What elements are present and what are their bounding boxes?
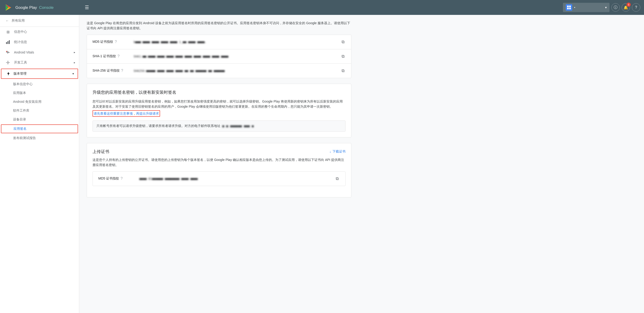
sidebar-sub-pre-launch[interactable]: 发布前测试报告 [0,134,79,143]
sidebar-item-dashboard[interactable]: ⊞ 信息中心 [0,27,79,37]
vitals-icon [6,50,10,55]
sha256-label: SHA-256 证书指纹 ? [92,69,130,73]
svg-rect-10 [8,41,8,44]
main-layout: ← 所有应用 ⊞ 信息中心 统计信息 [0,15,644,313]
devtools-expand-icon: ▸ [74,61,75,64]
sha256-label-text: SHA-256 证书指纹 [92,69,120,73]
sidebar-release-mgmt-label: 版本管理 [14,72,26,76]
svg-rect-11 [9,40,10,44]
cert-row-md5: MD5 证书指纹 ? b■■■:■■■■ ■■■■ ■■■■ ■■■■ 1_■■… [87,35,351,49]
sha1-label: SHA-1 证书指纹 ? [92,54,130,58]
upload-md5-label: MD5 证书指纹 ? [98,176,136,181]
upload-cert-section: MD5 证书指纹 ? ■■■■ B1■■■■■■ ■■■■■■■■ ■■■■ ■… [92,171,346,186]
stats-icon [6,40,10,44]
sha256-copy-button[interactable]: ⧉ [341,67,346,74]
header-main: ☰ [83,3,563,12]
sha256-value: SHA256:■■■■■ ■■■■ ■■■■ ■■■■ ■■ ■■ ■■■■■■… [134,69,337,73]
sidebar-item-devtools-label: 开发工具 [14,60,27,65]
sidebar-sub-app-signing-label: 应用签名 [14,127,26,131]
download-cert-label: 下载证书 [332,150,346,154]
sha1-value: SHA1:■■:■■■■:■■■■:■■■■:■■■■ ■■■■ ■■■■ ■■… [134,55,337,58]
header-right: • ▾ ⓘ 🔔 6 ? [563,3,640,12]
md5-label-text: MD5 证书指纹 [92,40,113,44]
sha1-copy-button[interactable]: ⧉ [341,53,346,60]
svg-point-12 [6,51,7,52]
upload-md5-value: ■■■■ B1■■■■■■ ■■■■■■■■ ■■■■ ■■■■ [139,177,331,180]
app-icon [566,4,572,11]
upload-desc: 这是您个人持有的上传密钥的公开证书。请使用您的上传密钥为每个版本签名，以便 Go… [92,157,346,168]
sha1-help-icon[interactable]: ? [118,54,120,58]
logo-console: Console [39,5,54,10]
info-button[interactable]: ⓘ [612,3,620,12]
release-mgmt-icon [6,71,11,76]
sidebar-sub-app-version-label: 应用版本 [13,91,26,95]
content-area: 这是 Google Play 在将您的应用分发到 Android 设备之前为该应… [79,15,644,313]
upload-cert-row-md5: MD5 证书指纹 ? ■■■■ B1■■■■■■ ■■■■■■■■ ■■■■ ■… [93,172,345,186]
sidebar-sub-app-version[interactable]: 应用版本 [0,89,79,97]
logo-google-play: Google Play [16,5,37,10]
svg-rect-5 [567,5,569,7]
sidebar-sub-app-signing[interactable]: 应用签名 [1,124,78,133]
sidebar-item-stats-label: 统计信息 [14,40,27,44]
sidebar: ← 所有应用 ⊞ 信息中心 统计信息 [0,15,79,313]
upload-header: 上传证书 ↓ 下载证书 [92,149,346,155]
svg-rect-8 [569,8,571,9]
upgrade-link-request[interactable]: 再提出升级请求 [136,112,159,115]
sidebar-release-mgmt[interactable]: 版本管理 ▾ [1,69,78,79]
md5-help-icon[interactable]: ? [115,40,117,44]
sidebar-item-vitals[interactable]: Android Vitals ▸ [0,47,79,57]
app-selector-arrow: ▾ [605,5,607,9]
sidebar-sub-release-dashboard[interactable]: 版本信息中心 [0,80,79,89]
logo-text: Google Play Console [16,5,54,10]
app-selector[interactable]: • ▾ [563,3,610,12]
sidebar-item-vitals-label: Android Vitals [14,50,34,54]
upgrade-info-box: 只有帐号所有者可以请求升级密钥，请要求所有者请求升级。对方的电子邮件联系地址 ■… [92,121,346,132]
download-cert-button[interactable]: ↓ 下载证书 [330,150,346,154]
intro-text: 这是 Google Play 在将您的应用分发到 Android 设备之前为该应… [87,20,351,35]
sidebar-item-stats[interactable]: 统计信息 [0,37,79,47]
upload-md5-help-icon[interactable]: ? [120,176,122,181]
svg-rect-9 [6,42,7,44]
sidebar-back-button[interactable]: ← 所有应用 [0,15,79,27]
sidebar-item-dashboard-label: 信息中心 [14,30,27,34]
sha256-help-icon[interactable]: ? [121,69,123,73]
sidebar-item-devtools[interactable]: 开发工具 ▸ [0,57,79,68]
upgrade-links-highlighted: 请先查看这些重要注意事项，再提出升级请求 [92,110,160,117]
upload-md5-label-text: MD5 证书指纹 [98,176,119,181]
devtools-icon [6,60,10,65]
cert-row-sha256: SHA-256 证书指纹 ? SHA256:■■■■■ ■■■■ ■■■■ ■■… [87,64,351,78]
upgrade-info-prefix: 只有帐号所有者可以请求升级密钥，请要求所有者请求升级。对方的电子邮件联系地址 [96,124,220,128]
sidebar-sub-instant-apps[interactable]: Android 免安装应用 [0,97,79,106]
header-logo: Google Play Console [4,3,83,12]
svg-rect-7 [567,8,569,9]
vitals-expand-icon: ▸ [74,51,75,54]
svg-rect-6 [569,5,571,7]
sha1-label-text: SHA-1 证书指纹 [92,54,116,58]
sidebar-sub-release-dashboard-label: 版本信息中心 [13,82,32,86]
cert-row-sha1: SHA-1 证书指纹 ? SHA1:■■:■■■■:■■■■:■■■■:■■■■… [87,49,351,64]
sidebar-sub-artifact-library-label: 软件工件库 [13,109,29,113]
notification-badge: 6 [626,2,631,7]
svg-point-13 [7,62,8,63]
notification-button[interactable]: 🔔 6 [622,3,630,12]
upgrade-desc: 您可以针对以后新安装的应用升级应用签名密钥，例如，如果您打算改用加密强度更高的密… [92,99,346,117]
sidebar-sub-artifact-library[interactable]: 软件工件库 [0,106,79,115]
sidebar-back-label: 所有应用 [12,19,25,23]
back-arrow-icon: ← [6,19,9,22]
md5-copy-button[interactable]: ⧉ [341,39,346,45]
cert-section: MD5 证书指纹 ? b■■■:■■■■ ■■■■ ■■■■ ■■■■ 1_■■… [87,35,351,78]
content-inner: 这是 Google Play 在将您的应用分发到 Android 设备之前为该应… [79,15,359,209]
help-button[interactable]: ? [632,3,640,12]
hamburger-button[interactable]: ☰ [83,3,91,12]
md5-value: b■■■:■■■■ ■■■■ ■■■■ ■■■■ 1_■■ ■■■■ ■■■■. [134,40,337,44]
upgrade-title: 升级您的应用签名密钥，以便有新安装时签名 [92,90,346,95]
sidebar-sub-device-catalog[interactable]: 设备目录 [0,115,79,124]
upload-md5-copy-button[interactable]: ⧉ [335,175,340,182]
upload-title: 上传证书 [92,149,109,155]
app-name: • [574,5,575,9]
sidebar-sub-pre-launch-label: 发布前测试报告 [13,136,36,140]
upgrade-link-notes[interactable]: 请先查看这些重要注意事项 [94,112,133,115]
upgrade-info-email: ■ ■ ■■■■■■ ■■■ ■ [222,124,254,128]
upgrade-section: 升级您的应用签名密钥，以便有新安装时签名 您可以针对以后新安装的应用升级应用签名… [87,84,351,138]
info-icon: ⓘ [614,5,618,10]
